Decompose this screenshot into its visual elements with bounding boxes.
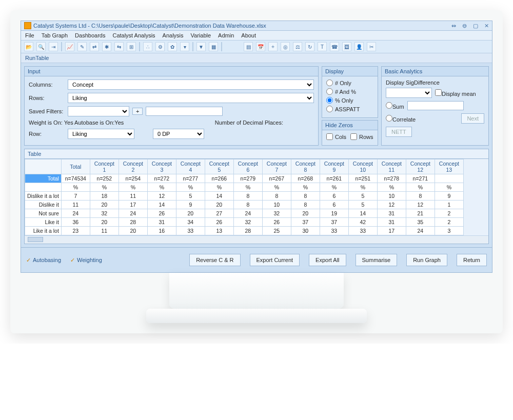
sig-difference-select[interactable]: [386, 88, 432, 98]
add-filter-button[interactable]: +: [132, 108, 143, 115]
nett-button[interactable]: NETT: [386, 127, 412, 137]
balance-icon[interactable]: ⚖: [293, 42, 302, 51]
cluster-icon[interactable]: ∴: [143, 42, 152, 51]
calendar-icon[interactable]: 📅: [256, 42, 265, 51]
chart-icon[interactable]: 📈: [65, 42, 74, 51]
display-mean-checkbox[interactable]: Display mean: [435, 89, 476, 97]
filter-text-input[interactable]: [146, 107, 223, 116]
total-column-header[interactable]: Total: [61, 159, 90, 174]
row-label: [25, 183, 62, 192]
menu-dashboards[interactable]: Dashboards: [75, 32, 105, 38]
hide-cols-checkbox[interactable]: Cols: [326, 133, 346, 140]
share-icon[interactable]: ⇄: [90, 42, 99, 51]
data-cell: %: [147, 183, 176, 192]
sum-input[interactable]: [407, 101, 464, 110]
menu-tab-graph[interactable]: Tab Graph: [42, 32, 68, 38]
open-icon[interactable]: 📂: [24, 42, 33, 51]
concept-column-header[interactable]: Concept7: [262, 159, 291, 174]
rows-select[interactable]: Liking: [68, 93, 314, 103]
display-hash-only[interactable]: # Only: [326, 79, 373, 86]
reverse-button[interactable]: Reverse C & R: [189, 254, 240, 266]
menu-variable[interactable]: Variable: [191, 32, 211, 38]
autobasing-checkbox[interactable]: ✓Autobasing: [26, 257, 61, 264]
summarise-button[interactable]: Summarise: [356, 254, 398, 266]
gear-icon[interactable]: ⚙: [155, 42, 165, 51]
minimize-button[interactable]: ⊖: [462, 23, 467, 29]
data-cell: 33: [176, 227, 205, 235]
data-grid[interactable]: TotalConcept1Concept2Concept3Concept4Con…: [25, 159, 488, 235]
concept-column-header[interactable]: Concept2: [119, 159, 147, 174]
concept-column-header[interactable]: Concept3: [147, 159, 176, 174]
return-button[interactable]: Return: [457, 254, 487, 266]
filter-icon[interactable]: ▼: [196, 42, 206, 51]
hide-rows-checkbox[interactable]: Rows: [350, 133, 373, 140]
correlate-radio[interactable]: Correlate: [386, 115, 416, 123]
concept-column-header[interactable]: Concept8: [291, 159, 320, 174]
columns-label: Columns:: [29, 82, 65, 88]
grid-icon[interactable]: ▦: [209, 42, 218, 51]
edit-icon[interactable]: ✎: [77, 42, 87, 51]
input-panel-title: Input: [25, 67, 318, 76]
concept-column-header[interactable]: Concept10: [348, 159, 377, 174]
row-select[interactable]: Liking: [68, 129, 134, 139]
columns-select[interactable]: Concept: [68, 79, 314, 90]
link-icon[interactable]: ⇆: [114, 42, 124, 51]
concept-column-header[interactable]: Concept4: [176, 159, 205, 174]
network-icon[interactable]: ✱: [102, 42, 111, 51]
weighting-checkbox[interactable]: ✓Weighting: [70, 257, 102, 264]
concept-column-header[interactable]: Concept12: [406, 159, 435, 174]
concept-column-header[interactable]: Concept1: [90, 159, 119, 174]
text-icon[interactable]: T: [318, 42, 327, 51]
row-label: Dislike it a lot: [25, 192, 62, 201]
horizontal-scrollbar[interactable]: [25, 235, 488, 244]
page-icon[interactable]: ▤: [244, 42, 253, 51]
data-cell: 12: [406, 201, 435, 209]
data-cell: 11: [119, 192, 147, 201]
data-cell: 20: [119, 227, 147, 235]
data-cell: %: [435, 183, 463, 192]
data-cell: 32: [262, 209, 291, 218]
target-icon[interactable]: ◎: [281, 42, 290, 51]
dropdown-icon[interactable]: ▾: [180, 42, 189, 51]
tree-icon[interactable]: ⊞: [127, 42, 136, 51]
data-cell: 26: [262, 218, 291, 227]
data-cell: 30: [291, 227, 320, 235]
menu-about[interactable]: About: [241, 32, 256, 38]
close-button[interactable]: ⨯: [484, 23, 489, 29]
sum-radio[interactable]: Sum: [386, 102, 404, 110]
display-asspatt[interactable]: ASSPATT: [326, 106, 373, 112]
concept-column-header[interactable]: Concept13: [435, 159, 463, 174]
menu-file[interactable]: File: [25, 32, 34, 38]
decimal-places-select[interactable]: 0 DP: [153, 129, 204, 139]
toolbar: 📂 🔍 ⇥ 📈 ✎ ⇄ ✱ ⇆ ⊞ ∴ ⚙ ✿ ▾ ▼ ▦ ▤ 📅 ＋ ◎ ⚖ …: [21, 41, 492, 53]
export-all-button[interactable]: Export All: [309, 254, 346, 266]
data-cell: 26: [205, 218, 233, 227]
next-button[interactable]: Next: [461, 113, 484, 124]
concept-column-header[interactable]: Concept9: [320, 159, 348, 174]
user-icon[interactable]: 👤: [354, 42, 364, 51]
concept-column-header[interactable]: Concept5: [205, 159, 233, 174]
menu-catalyst-analysis[interactable]: Catalyst Analysis: [112, 32, 155, 38]
cut-icon[interactable]: ✂: [367, 42, 376, 51]
export-icon[interactable]: ⇥: [49, 42, 58, 51]
link-window-button[interactable]: ⇔: [451, 23, 456, 29]
runtable-tab[interactable]: RunTable: [21, 53, 492, 63]
add-icon[interactable]: ＋: [268, 42, 278, 51]
history-icon[interactable]: ↻: [305, 42, 314, 51]
image-icon[interactable]: 🖼: [342, 42, 351, 51]
flower-icon[interactable]: ✿: [168, 42, 177, 51]
phone-icon[interactable]: ☎: [330, 42, 339, 51]
concept-column-header[interactable]: Concept11: [377, 159, 406, 174]
run-graph-button[interactable]: Run Graph: [406, 254, 447, 266]
display-hash-and-pct[interactable]: # And %: [326, 88, 373, 95]
display-pct-only[interactable]: % Only: [326, 97, 373, 104]
export-current-button[interactable]: Export Current: [250, 254, 300, 266]
menu-admin[interactable]: Admin: [218, 32, 234, 38]
menu-analysis[interactable]: Analysis: [163, 32, 184, 38]
saved-filters-select[interactable]: [68, 106, 129, 116]
data-cell: n=252: [90, 174, 119, 183]
scrollbar-thumb[interactable]: [28, 237, 43, 242]
maximize-button[interactable]: ▢: [473, 23, 478, 29]
concept-column-header[interactable]: Concept6: [233, 159, 262, 174]
zoom-icon[interactable]: 🔍: [36, 42, 46, 51]
